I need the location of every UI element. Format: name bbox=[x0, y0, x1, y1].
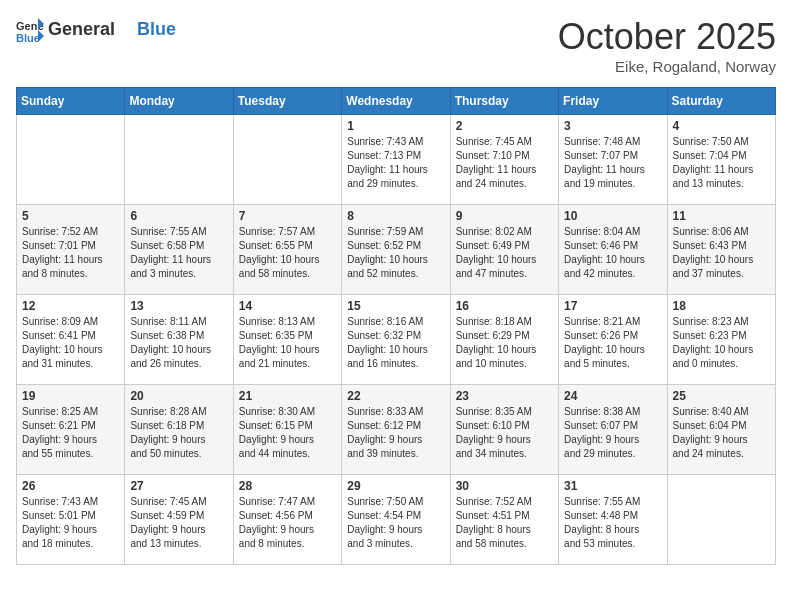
day-info: Sunrise: 7:55 AM Sunset: 4:48 PM Dayligh… bbox=[564, 495, 661, 551]
calendar-cell: 29Sunrise: 7:50 AM Sunset: 4:54 PM Dayli… bbox=[342, 475, 450, 565]
day-info: Sunrise: 7:52 AM Sunset: 7:01 PM Dayligh… bbox=[22, 225, 119, 281]
calendar-cell: 21Sunrise: 8:30 AM Sunset: 6:15 PM Dayli… bbox=[233, 385, 341, 475]
calendar-cell: 24Sunrise: 8:38 AM Sunset: 6:07 PM Dayli… bbox=[559, 385, 667, 475]
calendar-cell: 19Sunrise: 8:25 AM Sunset: 6:21 PM Dayli… bbox=[17, 385, 125, 475]
day-info: Sunrise: 8:25 AM Sunset: 6:21 PM Dayligh… bbox=[22, 405, 119, 461]
calendar-cell: 6Sunrise: 7:55 AM Sunset: 6:58 PM Daylig… bbox=[125, 205, 233, 295]
calendar-cell bbox=[667, 475, 775, 565]
calendar-cell: 13Sunrise: 8:11 AM Sunset: 6:38 PM Dayli… bbox=[125, 295, 233, 385]
day-number: 26 bbox=[22, 479, 119, 493]
header-cell-sunday: Sunday bbox=[17, 88, 125, 115]
day-number: 21 bbox=[239, 389, 336, 403]
day-info: Sunrise: 7:45 AM Sunset: 4:59 PM Dayligh… bbox=[130, 495, 227, 551]
calendar-week-row-4: 19Sunrise: 8:25 AM Sunset: 6:21 PM Dayli… bbox=[17, 385, 776, 475]
day-number: 28 bbox=[239, 479, 336, 493]
day-number: 24 bbox=[564, 389, 661, 403]
day-info: Sunrise: 8:06 AM Sunset: 6:43 PM Dayligh… bbox=[673, 225, 770, 281]
header-cell-monday: Monday bbox=[125, 88, 233, 115]
day-number: 31 bbox=[564, 479, 661, 493]
day-info: Sunrise: 8:18 AM Sunset: 6:29 PM Dayligh… bbox=[456, 315, 553, 371]
calendar-cell: 17Sunrise: 8:21 AM Sunset: 6:26 PM Dayli… bbox=[559, 295, 667, 385]
logo: General Blue GeneralBlue bbox=[16, 16, 176, 44]
calendar-cell: 7Sunrise: 7:57 AM Sunset: 6:55 PM Daylig… bbox=[233, 205, 341, 295]
day-info: Sunrise: 8:30 AM Sunset: 6:15 PM Dayligh… bbox=[239, 405, 336, 461]
logo-arrow-icon bbox=[116, 21, 136, 41]
calendar-cell: 10Sunrise: 8:04 AM Sunset: 6:46 PM Dayli… bbox=[559, 205, 667, 295]
day-number: 11 bbox=[673, 209, 770, 223]
day-info: Sunrise: 8:38 AM Sunset: 6:07 PM Dayligh… bbox=[564, 405, 661, 461]
calendar-cell: 11Sunrise: 8:06 AM Sunset: 6:43 PM Dayli… bbox=[667, 205, 775, 295]
day-info: Sunrise: 8:09 AM Sunset: 6:41 PM Dayligh… bbox=[22, 315, 119, 371]
calendar-cell bbox=[17, 115, 125, 205]
day-info: Sunrise: 7:48 AM Sunset: 7:07 PM Dayligh… bbox=[564, 135, 661, 191]
calendar-cell bbox=[125, 115, 233, 205]
header-cell-saturday: Saturday bbox=[667, 88, 775, 115]
day-number: 8 bbox=[347, 209, 444, 223]
day-number: 12 bbox=[22, 299, 119, 313]
day-info: Sunrise: 8:23 AM Sunset: 6:23 PM Dayligh… bbox=[673, 315, 770, 371]
header-cell-thursday: Thursday bbox=[450, 88, 558, 115]
day-info: Sunrise: 8:16 AM Sunset: 6:32 PM Dayligh… bbox=[347, 315, 444, 371]
day-number: 13 bbox=[130, 299, 227, 313]
day-number: 25 bbox=[673, 389, 770, 403]
day-info: Sunrise: 7:50 AM Sunset: 4:54 PM Dayligh… bbox=[347, 495, 444, 551]
calendar-cell: 5Sunrise: 7:52 AM Sunset: 7:01 PM Daylig… bbox=[17, 205, 125, 295]
calendar-week-row-1: 1Sunrise: 7:43 AM Sunset: 7:13 PM Daylig… bbox=[17, 115, 776, 205]
day-info: Sunrise: 7:43 AM Sunset: 7:13 PM Dayligh… bbox=[347, 135, 444, 191]
day-number: 6 bbox=[130, 209, 227, 223]
calendar-cell: 3Sunrise: 7:48 AM Sunset: 7:07 PM Daylig… bbox=[559, 115, 667, 205]
svg-marker-3 bbox=[126, 23, 134, 39]
day-info: Sunrise: 7:50 AM Sunset: 7:04 PM Dayligh… bbox=[673, 135, 770, 191]
day-number: 15 bbox=[347, 299, 444, 313]
title-block: October 2025 Eike, Rogaland, Norway bbox=[558, 16, 776, 75]
calendar-cell: 2Sunrise: 7:45 AM Sunset: 7:10 PM Daylig… bbox=[450, 115, 558, 205]
calendar-cell: 27Sunrise: 7:45 AM Sunset: 4:59 PM Dayli… bbox=[125, 475, 233, 565]
calendar-cell: 9Sunrise: 8:02 AM Sunset: 6:49 PM Daylig… bbox=[450, 205, 558, 295]
calendar-header-row: SundayMondayTuesdayWednesdayThursdayFrid… bbox=[17, 88, 776, 115]
day-number: 7 bbox=[239, 209, 336, 223]
day-info: Sunrise: 8:40 AM Sunset: 6:04 PM Dayligh… bbox=[673, 405, 770, 461]
calendar-week-row-5: 26Sunrise: 7:43 AM Sunset: 5:01 PM Dayli… bbox=[17, 475, 776, 565]
day-info: Sunrise: 8:28 AM Sunset: 6:18 PM Dayligh… bbox=[130, 405, 227, 461]
calendar-cell: 8Sunrise: 7:59 AM Sunset: 6:52 PM Daylig… bbox=[342, 205, 450, 295]
day-info: Sunrise: 8:21 AM Sunset: 6:26 PM Dayligh… bbox=[564, 315, 661, 371]
calendar-cell: 16Sunrise: 8:18 AM Sunset: 6:29 PM Dayli… bbox=[450, 295, 558, 385]
header-cell-wednesday: Wednesday bbox=[342, 88, 450, 115]
day-number: 9 bbox=[456, 209, 553, 223]
calendar-cell: 31Sunrise: 7:55 AM Sunset: 4:48 PM Dayli… bbox=[559, 475, 667, 565]
day-info: Sunrise: 7:57 AM Sunset: 6:55 PM Dayligh… bbox=[239, 225, 336, 281]
calendar-cell: 25Sunrise: 8:40 AM Sunset: 6:04 PM Dayli… bbox=[667, 385, 775, 475]
day-number: 18 bbox=[673, 299, 770, 313]
calendar-cell bbox=[233, 115, 341, 205]
header-cell-friday: Friday bbox=[559, 88, 667, 115]
month-title: October 2025 bbox=[558, 16, 776, 58]
day-info: Sunrise: 7:52 AM Sunset: 4:51 PM Dayligh… bbox=[456, 495, 553, 551]
day-number: 30 bbox=[456, 479, 553, 493]
logo-icon: General Blue bbox=[16, 16, 44, 44]
day-number: 20 bbox=[130, 389, 227, 403]
day-number: 10 bbox=[564, 209, 661, 223]
calendar-cell: 20Sunrise: 8:28 AM Sunset: 6:18 PM Dayli… bbox=[125, 385, 233, 475]
calendar-cell: 12Sunrise: 8:09 AM Sunset: 6:41 PM Dayli… bbox=[17, 295, 125, 385]
day-number: 27 bbox=[130, 479, 227, 493]
day-number: 2 bbox=[456, 119, 553, 133]
day-info: Sunrise: 8:35 AM Sunset: 6:10 PM Dayligh… bbox=[456, 405, 553, 461]
header-cell-tuesday: Tuesday bbox=[233, 88, 341, 115]
calendar-cell: 30Sunrise: 7:52 AM Sunset: 4:51 PM Dayli… bbox=[450, 475, 558, 565]
calendar-cell: 4Sunrise: 7:50 AM Sunset: 7:04 PM Daylig… bbox=[667, 115, 775, 205]
calendar-cell: 26Sunrise: 7:43 AM Sunset: 5:01 PM Dayli… bbox=[17, 475, 125, 565]
calendar-body: 1Sunrise: 7:43 AM Sunset: 7:13 PM Daylig… bbox=[17, 115, 776, 565]
day-info: Sunrise: 7:55 AM Sunset: 6:58 PM Dayligh… bbox=[130, 225, 227, 281]
day-info: Sunrise: 7:47 AM Sunset: 4:56 PM Dayligh… bbox=[239, 495, 336, 551]
calendar-table: SundayMondayTuesdayWednesdayThursdayFrid… bbox=[16, 87, 776, 565]
calendar-cell: 1Sunrise: 7:43 AM Sunset: 7:13 PM Daylig… bbox=[342, 115, 450, 205]
logo-text: GeneralBlue bbox=[48, 19, 176, 41]
day-number: 5 bbox=[22, 209, 119, 223]
day-info: Sunrise: 8:02 AM Sunset: 6:49 PM Dayligh… bbox=[456, 225, 553, 281]
calendar-cell: 22Sunrise: 8:33 AM Sunset: 6:12 PM Dayli… bbox=[342, 385, 450, 475]
day-number: 19 bbox=[22, 389, 119, 403]
svg-text:Blue: Blue bbox=[16, 32, 40, 44]
day-number: 14 bbox=[239, 299, 336, 313]
day-info: Sunrise: 8:33 AM Sunset: 6:12 PM Dayligh… bbox=[347, 405, 444, 461]
day-number: 23 bbox=[456, 389, 553, 403]
